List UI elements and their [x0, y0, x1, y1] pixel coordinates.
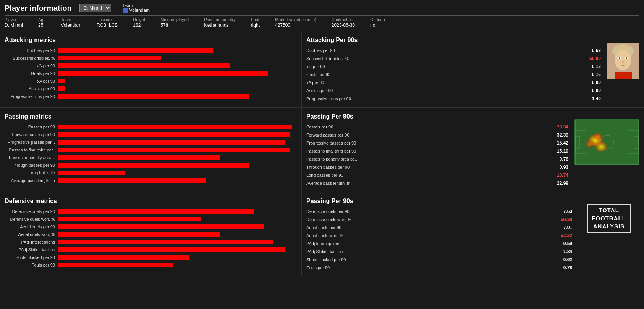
per90-value: 15.42 — [557, 140, 568, 146]
value-passport: Netherlands — [204, 23, 236, 28]
per90-label: xA per 90 — [306, 80, 324, 85]
value-on-loan: no — [370, 23, 385, 28]
bar-label: Average pass length, m — [5, 178, 58, 183]
per90-value: 50.00 — [589, 56, 601, 61]
info-contract: Contract e... 2023-06-30 — [332, 17, 355, 28]
bar-label: Defensive duels per 90 — [5, 209, 58, 214]
team-name: Volendam — [129, 8, 150, 13]
per90-row: Through passes per 900.93 — [306, 164, 568, 170]
bar-row: Fouls per 90 — [5, 262, 297, 268]
svg-point-2 — [615, 50, 631, 70]
bar-container — [58, 86, 297, 91]
bar-label: Passes to final third per.. — [5, 148, 58, 152]
bar-label: Through passes per 90 — [5, 163, 58, 168]
team-color-box — [123, 8, 128, 13]
info-passport: Passport country Netherlands — [204, 17, 236, 28]
info-minutes: Minutes played 578 — [160, 17, 189, 28]
bar-fill — [58, 48, 213, 53]
label-position: Position — [97, 17, 118, 22]
svg-point-20 — [593, 132, 604, 141]
bar-container — [58, 63, 297, 68]
value-position: RCB, LCB — [97, 23, 118, 28]
per90-row: xA per 900.00 — [306, 80, 601, 86]
passing-metrics-title: Passing metrics — [5, 113, 297, 120]
per90-row: Passes per 9073.34 — [306, 124, 568, 130]
per90-value: 9.59 — [563, 241, 572, 246]
bar-container — [58, 155, 297, 160]
per90-row: Aerial duels won, %62.22 — [306, 233, 572, 239]
per90-row: Defensive duels won, %69.39 — [306, 216, 572, 223]
per90-value: 10.74 — [557, 172, 568, 178]
bar-row: Through passes per 90 — [5, 162, 297, 168]
bar-container — [58, 125, 297, 129]
player-select[interactable]: D. Mirani — [79, 4, 111, 12]
label-foot: Foot — [251, 17, 260, 22]
bar-fill — [58, 224, 264, 229]
per90-value: 15.10 — [557, 148, 568, 154]
per90-label: Through passes per 90 — [306, 165, 350, 169]
info-height: Height 182 — [133, 17, 145, 28]
per90-value: 0.16 — [592, 72, 601, 77]
bar-container — [58, 48, 297, 53]
bar-row: PAdj Interceptions — [5, 239, 297, 245]
per90-value: 32.39 — [557, 132, 568, 138]
per90-value: 0.78 — [560, 156, 568, 162]
label-passport: Passport country — [204, 17, 236, 22]
value-height: 182 — [133, 23, 145, 28]
bar-container — [58, 255, 297, 260]
defensive-metrics-section: Defensive metrics Defensive duels per 90… — [0, 192, 302, 276]
bar-row: Progressive runs per 90 — [5, 93, 297, 99]
bar-fill — [58, 94, 249, 99]
bar-label: PAdj Interceptions — [5, 240, 58, 244]
bar-label: Progressive runs per 90 — [5, 94, 58, 99]
bar-label: Aerial duels per 90 — [5, 224, 58, 229]
per90-value: 73.34 — [557, 124, 568, 130]
bar-fill — [58, 140, 285, 145]
info-on-loan: On loan no — [370, 17, 385, 28]
bar-row: Aerial duels won, % — [5, 231, 297, 237]
bar-row: Passes per 90 — [5, 124, 297, 130]
bar-container — [58, 240, 297, 244]
bar-row: Defensive duels per 90 — [5, 208, 297, 215]
per90-value: 0.62 — [563, 257, 572, 262]
logo-container: TOTAL FOOTBALL ANALYSIS — [578, 204, 639, 233]
defensive-per90-section: Passing Per 90s Defensive duels per 907.… — [302, 192, 644, 276]
per90-value: 62.22 — [561, 233, 572, 238]
bar-row: Defensive duels won, % — [5, 216, 297, 222]
bar-row: PAdj Sliding tackles — [5, 247, 297, 253]
defensive-metrics-title: Defensive metrics — [5, 198, 297, 205]
per90-row: Goals per 900.16 — [306, 72, 601, 78]
bar-container — [58, 94, 297, 99]
per90-label: Long passes per 90 — [306, 173, 343, 177]
info-market-value: Market value(Pounds) 427500 — [275, 17, 316, 28]
bar-fill — [58, 63, 230, 68]
team-badge: Volendam — [123, 8, 150, 13]
bar-fill — [58, 125, 292, 129]
bar-fill — [58, 132, 290, 137]
per90-value: 0.62 — [592, 48, 601, 53]
bar-container — [58, 79, 297, 83]
value-age: 25 — [38, 23, 46, 28]
per90-value: 69.39 — [561, 217, 572, 222]
info-age: Age 25 — [38, 17, 46, 28]
per90-row: Successful dribbles, %50.00 — [306, 55, 601, 62]
svg-point-6 — [626, 57, 627, 59]
page-title: Player information — [5, 4, 72, 13]
bar-label: Forward passes per 90 — [5, 132, 58, 137]
team-section: Team Volendam — [123, 3, 150, 13]
passing-bars: Passes per 90Forward passes per 90Progre… — [5, 124, 297, 184]
per90-label: Defensive duels won, % — [306, 217, 351, 222]
svg-point-5 — [619, 57, 620, 59]
svg-rect-8 — [615, 72, 632, 79]
bar-label: Assists per 90 — [5, 86, 58, 91]
bar-fill — [58, 209, 254, 214]
per90-row: Passes to final third per 9015.10 — [306, 148, 568, 154]
defensive-bars: Defensive duels per 90Defensive duels wo… — [5, 208, 297, 268]
per90-row: xG per 900.12 — [306, 63, 601, 70]
per90-value: 7.01 — [563, 225, 572, 230]
value-contract: 2023-06-30 — [332, 23, 355, 28]
svg-point-18 — [594, 141, 608, 153]
attacking-metrics-title: Attacking metrics — [5, 37, 297, 44]
heatmap-svg — [574, 119, 639, 165]
bar-row: Passes to penalty area .. — [5, 154, 297, 161]
